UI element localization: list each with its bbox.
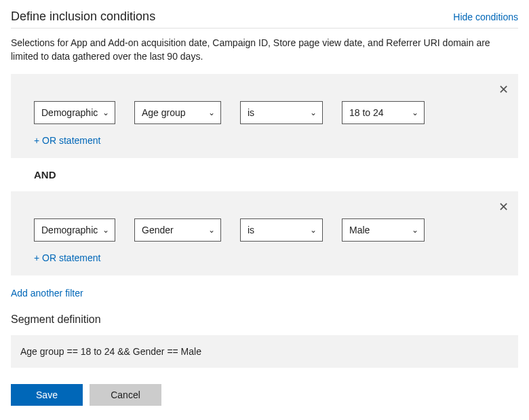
category-value: Demographic xyxy=(41,225,98,235)
chevron-down-icon: ⌄ xyxy=(208,225,215,235)
attribute-value: Gender xyxy=(142,225,174,235)
or-statement-link[interactable]: + OR statement xyxy=(34,135,100,146)
condition-block-2: ✕ Demographic ⌄ Gender ⌄ is ⌄ Male ⌄ + O… xyxy=(11,191,518,275)
category-select[interactable]: Demographic ⌄ xyxy=(34,218,115,242)
condition-row: Demographic ⌄ Age group ⌄ is ⌄ 18 to 24 … xyxy=(34,101,495,124)
chevron-down-icon: ⌄ xyxy=(412,108,418,117)
close-icon[interactable]: ✕ xyxy=(498,199,509,214)
operator-value: is xyxy=(248,107,254,118)
category-value: Demographic xyxy=(41,107,98,118)
attribute-select[interactable]: Gender ⌄ xyxy=(134,218,221,242)
cancel-button[interactable]: Cancel xyxy=(90,384,161,406)
and-operator: AND xyxy=(11,158,518,191)
description-text: Selections for App and Add-on acquisitio… xyxy=(11,37,518,63)
or-statement-link[interactable]: + OR statement xyxy=(34,252,100,263)
category-select[interactable]: Demographic ⌄ xyxy=(34,101,115,124)
value-value: 18 to 24 xyxy=(349,107,384,118)
button-row: Save Cancel xyxy=(11,384,518,406)
attribute-select[interactable]: Age group ⌄ xyxy=(134,101,221,124)
chevron-down-icon: ⌄ xyxy=(102,108,109,117)
chevron-down-icon: ⌄ xyxy=(310,108,317,117)
segment-expression: Age group == 18 to 24 && Gender == Male xyxy=(20,346,201,357)
save-button[interactable]: Save xyxy=(11,384,83,406)
segment-definition-title: Segment definition xyxy=(11,313,518,326)
condition-row: Demographic ⌄ Gender ⌄ is ⌄ Male ⌄ xyxy=(34,218,495,242)
chevron-down-icon: ⌄ xyxy=(412,225,418,235)
add-another-filter-link[interactable]: Add another filter xyxy=(11,288,83,299)
operator-value: is xyxy=(248,225,254,235)
close-icon[interactable]: ✕ xyxy=(498,82,509,97)
value-select[interactable]: Male ⌄ xyxy=(342,218,425,242)
hide-conditions-link[interactable]: Hide conditions xyxy=(453,12,518,22)
attribute-value: Age group xyxy=(142,107,186,118)
operator-select[interactable]: is ⌄ xyxy=(240,101,323,124)
chevron-down-icon: ⌄ xyxy=(102,225,109,235)
value-select[interactable]: 18 to 24 ⌄ xyxy=(342,101,425,124)
header: Define inclusion conditions Hide conditi… xyxy=(11,9,518,28)
value-value: Male xyxy=(349,225,370,235)
condition-block-1: ✕ Demographic ⌄ Age group ⌄ is ⌄ 18 to 2… xyxy=(11,74,518,158)
chevron-down-icon: ⌄ xyxy=(208,108,215,117)
page-title: Define inclusion conditions xyxy=(11,9,155,24)
segment-definition-box: Age group == 18 to 24 && Gender == Male xyxy=(11,335,518,368)
chevron-down-icon: ⌄ xyxy=(310,225,317,235)
operator-select[interactable]: is ⌄ xyxy=(240,218,323,242)
